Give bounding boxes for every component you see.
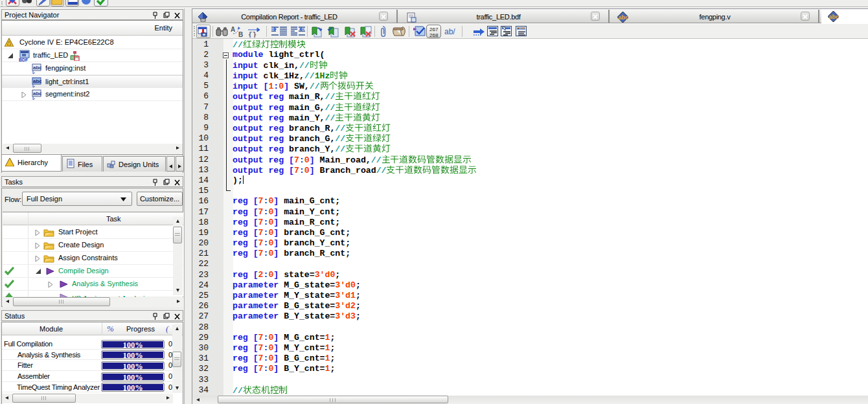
- svg-text:268: 268: [429, 32, 439, 38]
- svg-text:abc: abc: [33, 65, 41, 71]
- svg-text:BDF: BDF: [19, 58, 29, 62]
- svg-text:ab/: ab/: [444, 27, 455, 36]
- svg-text:B: B: [238, 31, 243, 38]
- svg-text:abc: abc: [829, 14, 839, 20]
- svg-text:A: A: [231, 26, 235, 33]
- svg-text:abc: abc: [33, 78, 41, 84]
- svg-text:abc: abc: [33, 91, 41, 96]
- svg-text:{}: {}: [248, 31, 257, 38]
- svg-text:267: 267: [429, 27, 439, 32]
